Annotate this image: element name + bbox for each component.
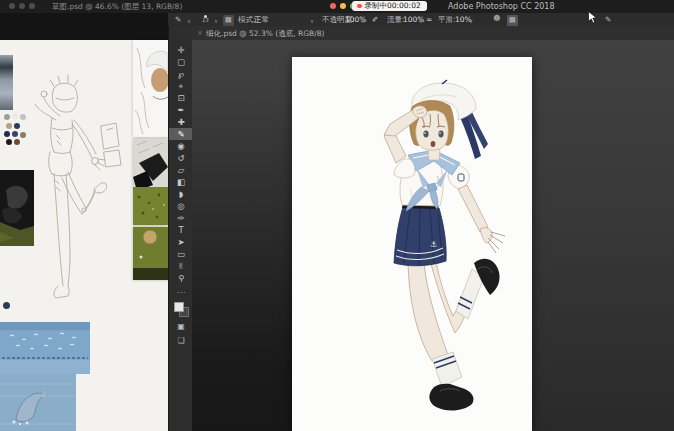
palette-swatch: [4, 114, 10, 120]
brush-panel-toggle-icon[interactable]: ▤: [507, 15, 518, 26]
tools-panel: ✛ ▢ ℘ ⌖ ⊡ ✒ ✚ ✎ ◉ ↺ ▱ ◧ ◗ ◎ ✑ T ➤ ▭ ✌ ⚲ …: [168, 26, 194, 431]
back-document-canvas[interactable]: [0, 40, 168, 431]
shoe-photo: [0, 170, 34, 246]
brush-settings-icon[interactable]: ✎: [605, 14, 611, 25]
lasso-tool[interactable]: ℘: [169, 68, 193, 80]
front-document-window: × 细化.psd @ 52.3% (透底, RGB/8): [192, 26, 674, 431]
back-window-chrome: [0, 13, 168, 40]
app-title: Adobe Photoshop CC 2018: [448, 2, 555, 11]
foreground-color-swatch[interactable]: [174, 302, 184, 312]
brush-tool[interactable]: ✎: [169, 128, 193, 140]
palette-swatch: [12, 131, 18, 137]
artboard[interactable]: ⚓: [292, 57, 532, 431]
brush-preset-preview[interactable]: 13: [198, 13, 212, 23]
screen-mode-icon[interactable]: ❏: [169, 335, 193, 347]
path-selection-tool[interactable]: ➤: [169, 236, 193, 248]
tool-options-bar: ✎ ∨ 13 ∨ ▤ 模式: 正常 ∨ 不透明度: 100% ∨ ✐ 流量: 1…: [168, 13, 674, 27]
dodge-tool[interactable]: ◎: [169, 200, 193, 212]
photoshop-screen: 草图.psd @ 46.6% (图层 13, RGB/8) 录制中00:00:0…: [0, 0, 674, 431]
palette-swatch: [12, 113, 18, 119]
top-title-bar: 草图.psd @ 46.6% (图层 13, RGB/8) 录制中00:00:0…: [0, 0, 674, 13]
quick-mask-icon[interactable]: ▣: [169, 321, 193, 333]
zoom-window-icon[interactable]: [29, 3, 35, 9]
eyedropper-tool[interactable]: ✒: [169, 104, 193, 116]
flow-label: 流量:: [387, 14, 405, 25]
pressure-opacity-icon[interactable]: ✐: [372, 14, 378, 25]
dolphin-photo: [0, 374, 76, 431]
quick-selection-tool[interactable]: ⌖: [169, 80, 193, 92]
recording-dot-icon: [357, 4, 362, 9]
palette-swatch: [6, 139, 12, 145]
airbrush-icon[interactable]: ≈: [426, 14, 432, 25]
clone-stamp-tool[interactable]: ◉: [169, 140, 193, 152]
type-tool[interactable]: T: [169, 224, 193, 236]
recording-timer: 录制中00:00:02: [365, 1, 421, 11]
character-illustration: ⚓: [292, 57, 532, 431]
palette-swatch: [3, 302, 10, 309]
green-field-photo: [133, 227, 168, 280]
sketch-figure: [20, 50, 140, 310]
anchor-icon: ⚓: [430, 240, 437, 249]
seabirds-photo: [0, 322, 90, 374]
close-icon[interactable]: [330, 3, 336, 9]
eraser-tool[interactable]: ▱: [169, 164, 193, 176]
brush-tool-icon[interactable]: ✎: [175, 14, 181, 25]
pen-tool[interactable]: ✑: [169, 212, 193, 224]
mode-label: 模式:: [238, 14, 256, 25]
zoom-tool[interactable]: ⚲: [169, 272, 193, 284]
back-window-title: 草图.psd @ 46.6% (图层 13, RGB/8): [52, 2, 182, 12]
mouse-cursor: [588, 11, 597, 24]
recording-badge[interactable]: 录制中00:00:02: [352, 1, 427, 11]
palette-swatch: [4, 131, 10, 137]
front-document-canvas[interactable]: ⚓: [192, 40, 674, 431]
document-tab-title: 细化.psd @ 52.3% (透底, RGB/8): [206, 29, 324, 39]
hand-tool[interactable]: ✌: [169, 260, 193, 272]
reference-photo-strip: [0, 55, 13, 110]
minimize-icon[interactable]: [340, 3, 346, 9]
palette-swatch: [6, 123, 12, 129]
marquee-tool[interactable]: ▢: [169, 56, 193, 68]
brush-size-value: 13: [198, 18, 212, 23]
gradient-tool[interactable]: ◧: [169, 176, 193, 188]
gear-icon[interactable]: ☸: [493, 13, 501, 24]
smoothing-label: 平滑:: [438, 14, 456, 25]
back-window-traffic-lights[interactable]: [9, 3, 35, 9]
document-tab-bar[interactable]: × 细化.psd @ 52.3% (透底, RGB/8): [192, 26, 674, 41]
crop-tool[interactable]: ⊡: [169, 92, 193, 104]
shape-tool[interactable]: ▭: [169, 248, 193, 260]
tab-close-icon[interactable]: ×: [197, 29, 203, 37]
brush-settings-panel-icon[interactable]: ▤: [223, 15, 234, 26]
camera-on-grass-photo: [133, 139, 168, 225]
minimize-icon[interactable]: [19, 3, 25, 9]
move-tool[interactable]: ✛: [169, 44, 193, 56]
edit-toolbar-icon[interactable]: ⋯: [169, 286, 193, 298]
color-swatches[interactable]: [173, 302, 189, 317]
mode-select[interactable]: 正常: [254, 14, 269, 25]
history-brush-tool[interactable]: ↺: [169, 152, 193, 164]
close-icon[interactable]: [9, 3, 15, 9]
character-reference-image: [133, 40, 168, 137]
blur-tool[interactable]: ◗: [169, 188, 193, 200]
spot-healing-tool[interactable]: ✚: [169, 116, 193, 128]
